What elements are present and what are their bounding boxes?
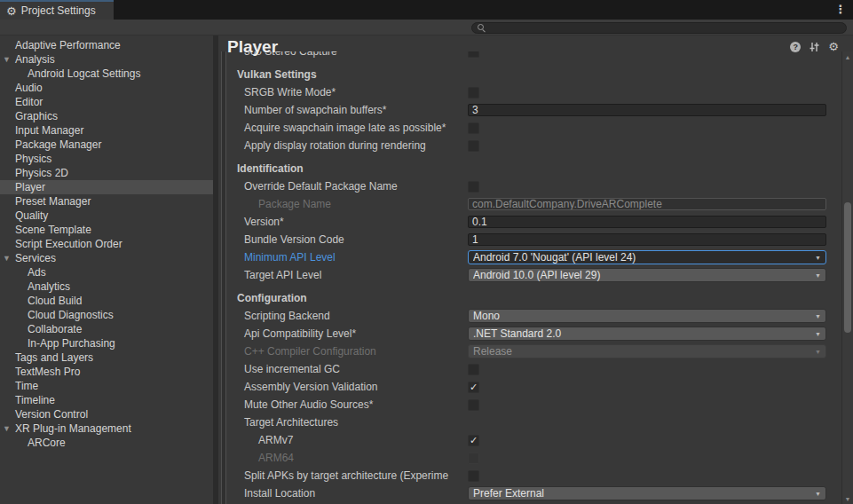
body: Adaptive Performance ▼Analysis Android L… — [0, 35, 853, 504]
sidebar-item-version-control[interactable]: Version Control — [0, 407, 213, 421]
sidebar-item-arcore[interactable]: ARCore — [0, 436, 213, 450]
scrollbar-thumb[interactable] — [844, 202, 851, 333]
split-apks-checkbox[interactable] — [468, 470, 479, 482]
setting-label: Number of swapchain buffers* — [226, 104, 468, 116]
search-input[interactable] — [489, 23, 846, 33]
stereo-capture-checkbox[interactable] — [468, 51, 479, 58]
armv7-checkbox[interactable]: ✓ — [468, 435, 479, 446]
sidebar-item-ads[interactable]: Ads — [0, 265, 213, 280]
swapchain-buffers-field[interactable]: 3 — [468, 104, 826, 116]
dropdown-value: Android 7.0 'Nougat' (API level 24) — [473, 251, 815, 264]
setting-row: Number of swapchain buffers* 3 — [226, 101, 841, 119]
chevron-down-icon: ▼ — [815, 272, 821, 279]
acquire-swapchain-late-checkbox[interactable] — [468, 122, 479, 134]
sidebar-item-adaptive-performance[interactable]: Adaptive Performance — [0, 38, 213, 52]
bundle-version-code-field[interactable]: 1 — [468, 233, 826, 246]
sidebar-item-cloud-build[interactable]: Cloud Build — [0, 294, 213, 308]
setting-label: Apply display rotation during rendering — [226, 139, 468, 152]
setting-label: Split APKs by target architecture (Exper… — [226, 469, 468, 482]
page-title: Player — [227, 37, 278, 57]
panel-header-icons: ? ⚙ — [790, 41, 839, 52]
target-api-level-dropdown[interactable]: Android 10.0 (API level 29) ▼ — [468, 268, 826, 282]
tab-project-settings[interactable]: ⚙ Project Settings — [0, 0, 114, 20]
setting-label: Use incremental GC — [226, 363, 468, 375]
sidebar-item-time[interactable]: Time — [0, 379, 213, 393]
sidebar-item-input-manager[interactable]: Input Manager — [0, 123, 213, 138]
search-box[interactable] — [471, 22, 847, 34]
sidebar-item-analytics[interactable]: Analytics — [0, 280, 213, 294]
settings-gear-icon: ⚙ — [6, 5, 17, 17]
minimum-api-level-dropdown[interactable]: Android 7.0 'Nougat' (API level 24) ▼ — [468, 250, 826, 264]
scroll-down-icon[interactable]: ▼ — [842, 496, 853, 502]
dropdown-value: Android 10.0 (API level 29) — [473, 269, 815, 281]
setting-row: ARM64 — [226, 449, 841, 467]
foldout-expanded-icon[interactable]: ▼ — [3, 55, 11, 64]
setting-row: Target API Level Android 10.0 (API level… — [226, 266, 841, 284]
sidebar-item-cloud-diagnostics[interactable]: Cloud Diagnostics — [0, 308, 213, 322]
player-settings-panel: Player ? ⚙ 360 Stereo Capture Vulkan Set… — [218, 35, 853, 504]
sidebar-item-android-logcat-settings[interactable]: Android Logcat Settings — [0, 67, 213, 81]
sidebar-item-quality[interactable]: Quality — [0, 209, 213, 223]
sidebar-item-label: Package Manager — [0, 138, 101, 151]
use-incremental-gc-checkbox[interactable] — [468, 364, 479, 375]
sidebar-item-in-app-purchasing[interactable]: In-App Purchasing — [0, 336, 213, 350]
sidebar-item-editor[interactable]: Editor — [0, 95, 213, 109]
setting-row: SRGB Write Mode* — [226, 83, 841, 101]
foldout-expanded-icon[interactable]: ▼ — [3, 254, 11, 263]
sidebar-item-label: TextMesh Pro — [0, 366, 80, 378]
presets-icon[interactable] — [809, 42, 820, 52]
sidebar-item-label: Android Logcat Settings — [0, 67, 140, 80]
version-field[interactable]: 0.1 — [468, 216, 826, 228]
arm64-checkbox — [468, 453, 479, 464]
settings-content: 360 Stereo Capture Vulkan Settings SRGB … — [226, 51, 841, 504]
sidebar-item-textmesh-pro[interactable]: TextMesh Pro — [0, 365, 213, 379]
install-location-dropdown[interactable]: Prefer External ▼ — [468, 486, 826, 500]
setting-label: Minimum API Level — [226, 251, 468, 264]
sidebar-item-physics-2d[interactable]: Physics 2D — [0, 166, 213, 180]
tab-title: Project Settings — [21, 4, 96, 17]
sidebar-item-package-manager[interactable]: Package Manager — [0, 138, 213, 152]
setting-row: Bundle Version Code 1 — [226, 231, 841, 248]
sidebar-item-label: Analytics — [0, 280, 70, 293]
chevron-down-icon: ▼ — [815, 331, 821, 337]
check-icon: ✓ — [470, 382, 478, 392]
vertical-scrollbar[interactable]: ▲ ▼ — [841, 51, 853, 504]
mute-other-audio-sources-checkbox[interactable] — [468, 399, 479, 411]
setting-row: Mute Other Audio Sources* — [226, 396, 841, 413]
setting-row: Install Location Prefer External ▼ — [226, 484, 841, 502]
window-menu-kebab-icon[interactable]: ⋮ — [834, 3, 847, 17]
sidebar-item-physics[interactable]: Physics — [0, 152, 213, 166]
api-compatibility-level-dropdown[interactable]: .NET Standard 2.0 ▼ — [468, 327, 826, 341]
setting-label: Version* — [226, 216, 468, 228]
sidebar-item-script-execution-order[interactable]: Script Execution Order — [0, 237, 213, 251]
chevron-down-icon: ▼ — [815, 349, 821, 355]
sidebar-item-player[interactable]: Player — [0, 180, 213, 194]
setting-row: Api Compatibility Level* .NET Standard 2… — [226, 325, 841, 343]
dropdown-value: Prefer External — [473, 487, 815, 500]
help-icon[interactable]: ? — [790, 42, 801, 52]
foldout-expanded-icon[interactable]: ▼ — [3, 424, 11, 433]
setting-row: Version* 0.1 — [226, 213, 841, 231]
sidebar-item-graphics[interactable]: Graphics — [0, 109, 213, 123]
scripting-backend-dropdown[interactable]: Mono ▼ — [468, 309, 826, 323]
assembly-version-validation-checkbox[interactable]: ✓ — [468, 382, 479, 393]
sidebar-item-analysis[interactable]: ▼Analysis — [0, 52, 213, 67]
setting-label: C++ Compiler Configuration — [226, 345, 468, 358]
srgb-write-mode-checkbox[interactable] — [468, 87, 479, 98]
sidebar-item-scene-template[interactable]: Scene Template — [0, 223, 213, 237]
setting-label: Package Name — [226, 198, 468, 210]
sidebar-item-tags-and-layers[interactable]: Tags and Layers — [0, 350, 213, 365]
setting-label: Override Default Package Name — [226, 180, 468, 193]
sidebar-item-collaborate[interactable]: Collaborate — [0, 322, 213, 336]
override-package-name-checkbox[interactable] — [468, 181, 479, 193]
sidebar-item-audio[interactable]: Audio — [0, 81, 213, 95]
sidebar-item-services[interactable]: ▼Services — [0, 251, 213, 265]
gear-icon[interactable]: ⚙ — [828, 41, 839, 52]
sidebar-item-xr-plug-in-management[interactable]: ▼XR Plug-in Management — [0, 421, 213, 436]
setting-label: SRGB Write Mode* — [226, 86, 468, 98]
sidebar-item-preset-manager[interactable]: Preset Manager — [0, 194, 213, 209]
apply-display-rotation-checkbox[interactable] — [468, 140, 479, 152]
scroll-up-icon[interactable]: ▲ — [842, 54, 853, 60]
sidebar-item-timeline[interactable]: Timeline — [0, 393, 213, 407]
setting-row: Package Name com.DefaultCompany.DriveARC… — [226, 195, 841, 213]
